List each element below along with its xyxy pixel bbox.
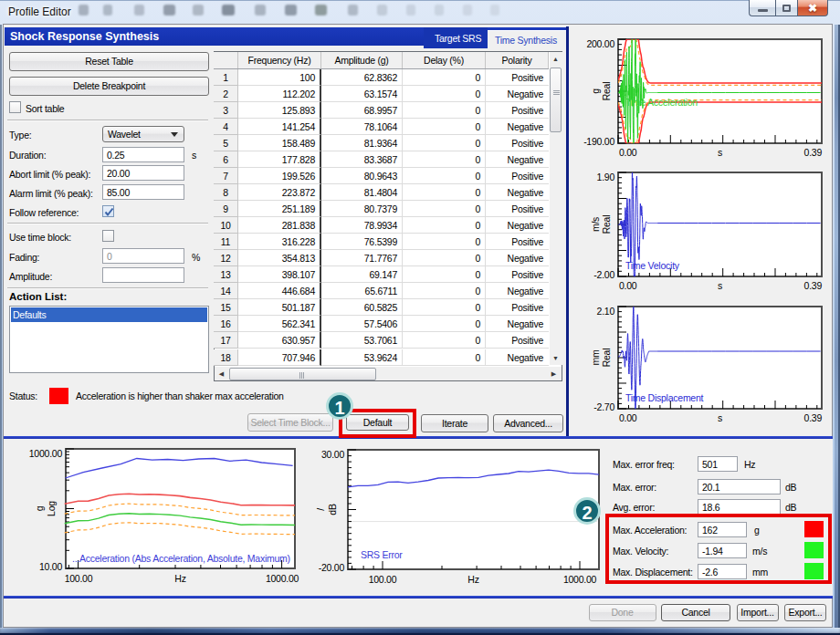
svg-text:1000.00: 1000.00 — [563, 574, 597, 585]
svg-text:Time Velocity: Time Velocity — [625, 260, 680, 271]
svg-text:m/s: m/s — [590, 217, 601, 232]
svg-text:10.00: 10.00 — [39, 561, 62, 572]
svg-text:s: s — [718, 147, 722, 158]
svg-text:200.00: 200.00 — [586, 38, 614, 49]
svg-text:Real: Real — [601, 349, 612, 368]
svg-text:s: s — [718, 280, 722, 291]
svg-text:Real: Real — [601, 82, 612, 101]
svg-text:-190.00: -190.00 — [583, 136, 614, 147]
svg-text:dB: dB — [327, 504, 338, 515]
svg-text:g: g — [34, 505, 45, 511]
svg-text:...Acceleration (Abs Accelerat: ...Acceleration (Abs Acceleration, Absol… — [72, 553, 290, 564]
svg-text:/: / — [315, 508, 326, 511]
svg-text:0.00: 0.00 — [619, 412, 637, 423]
svg-text:0.00: 0.00 — [619, 280, 637, 291]
svg-text:100.00: 100.00 — [65, 573, 93, 584]
svg-text:Time Displacement: Time Displacement — [625, 392, 704, 403]
svg-text:0.39: 0.39 — [804, 280, 823, 291]
svg-text:0.00: 0.00 — [619, 147, 637, 158]
svg-text:Time Acceleration: Time Acceleration — [625, 97, 698, 108]
svg-text:1000.00: 1000.00 — [29, 448, 63, 459]
svg-text:Hz: Hz — [467, 574, 478, 585]
svg-text:s: s — [718, 412, 722, 423]
svg-text:SRS Error: SRS Error — [361, 549, 403, 560]
svg-text:0.39: 0.39 — [804, 412, 823, 423]
svg-text:-2.70: -2.70 — [593, 401, 614, 412]
svg-text:Hz: Hz — [174, 573, 185, 584]
svg-text:Log: Log — [46, 501, 57, 516]
svg-text:g: g — [590, 88, 601, 94]
svg-text:mm: mm — [590, 349, 601, 365]
svg-text:-2.00: -2.00 — [593, 269, 614, 280]
svg-text:100.00: 100.00 — [369, 574, 397, 585]
svg-text:1000.00: 1000.00 — [266, 573, 299, 584]
svg-text:30.00: 30.00 — [321, 449, 344, 460]
svg-text:1.90: 1.90 — [597, 172, 615, 182]
svg-text:2.10: 2.10 — [597, 306, 615, 317]
svg-text:Real: Real — [601, 215, 612, 234]
svg-text:0.39: 0.39 — [804, 147, 823, 158]
svg-text:-20.00: -20.00 — [319, 562, 345, 573]
